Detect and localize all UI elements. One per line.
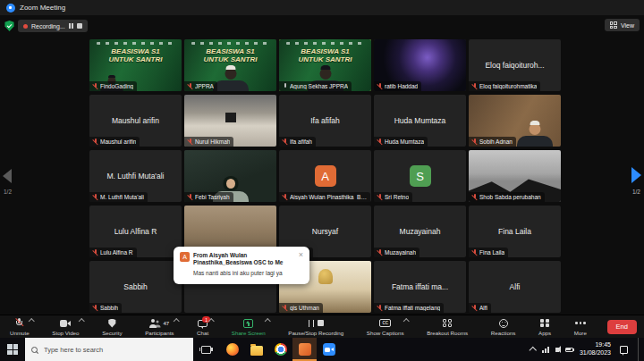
participant-name-label: Febi Tasriyah	[184, 192, 233, 202]
chat-notification-popup[interactable]: A From Aisyah Wulan Pinasthika_Beasiswa …	[174, 247, 309, 284]
participant-name-label: Aisyah Wulan Pinasthika_Be...	[279, 192, 370, 202]
pause-stop-recording-button[interactable]: Pause/Stop Recording	[285, 315, 346, 338]
participant-name-label: Nurul Hikmah	[184, 137, 233, 147]
tray-expand-icon[interactable]	[530, 347, 537, 354]
participant-name-label: Shob Sabda perubahan	[469, 192, 545, 202]
taskbar-clock[interactable]: 19:45 31/08/2023	[580, 341, 611, 357]
participant-name-label: Sobih Adnan	[469, 137, 516, 147]
end-meeting-button[interactable]: End	[607, 320, 637, 334]
stop-video-button[interactable]: Stop Video	[49, 315, 81, 338]
participant-tile[interactable]: Sobih Adnan	[469, 95, 561, 147]
chat-popup-title: From Aisyah Wulan Pinasthika_Beasiswa OS…	[193, 252, 295, 267]
participant-tile[interactable]: BEASISWA S1UNTUK SANTRI FindoGading	[89, 39, 182, 91]
reactions-icon	[499, 319, 508, 328]
muted-mic-icon	[187, 83, 193, 90]
view-button[interactable]: View	[605, 19, 640, 31]
participant-tile[interactable]: Shob Sabda perubahan	[469, 150, 561, 202]
unmute-button[interactable]: Unmute	[7, 315, 32, 338]
taskbar-app-file-explorer[interactable]	[244, 338, 268, 361]
participant-tile[interactable]: Nurul Hikmah	[184, 95, 276, 147]
participant-tile[interactable]: Maushul arifin Maushul arifin	[89, 95, 182, 147]
participant-name-label: Lulu Alfina R	[89, 248, 137, 257]
participant-silhouette	[517, 125, 553, 147]
system-tray: 19:45 31/08/2023	[530, 338, 644, 361]
windows-taskbar: 19:45 31/08/2023	[0, 338, 644, 361]
participants-count: 47	[163, 321, 169, 326]
participant-tile[interactable]: Sabbih Sabbih	[89, 261, 182, 313]
participant-tile[interactable]: S Sri Retno	[374, 150, 466, 202]
show-captions-button[interactable]: Show Captions	[364, 315, 407, 338]
participant-tile[interactable]: Fatma iffati ma... Fatma iffati magelang	[374, 261, 466, 313]
apps-icon	[540, 319, 549, 328]
taskbar-search[interactable]	[25, 338, 193, 361]
task-view-button[interactable]	[193, 338, 218, 361]
participant-tile[interactable]: ratib Haddad	[374, 39, 466, 91]
participant-tile[interactable]: Fina Laila Fina Laila	[469, 206, 561, 257]
stop-recording-icon[interactable]	[77, 23, 82, 29]
muted-mic-icon	[471, 249, 478, 256]
participant-name-label: JPPRA	[184, 81, 217, 91]
chevron-up-icon[interactable]	[208, 318, 214, 323]
windows-logo-icon	[7, 344, 18, 355]
share-screen-button[interactable]: Share Screen	[229, 315, 268, 338]
volume-icon[interactable]	[555, 348, 559, 352]
battery-icon[interactable]	[565, 348, 573, 352]
pause-recording-icon[interactable]	[69, 23, 73, 29]
taskbar-app-firefox[interactable]	[220, 338, 244, 361]
security-button[interactable]: Security	[99, 315, 124, 338]
muted-mic-icon	[282, 139, 288, 146]
chevron-up-icon[interactable]	[403, 318, 409, 323]
participants-button[interactable]: 47 Participants	[142, 315, 176, 338]
mic-icon	[282, 83, 288, 90]
next-page-arrow[interactable]	[631, 167, 641, 183]
participant-tile[interactable]: Muzayainah Muzayainah	[374, 206, 466, 257]
close-icon[interactable]: ×	[299, 252, 303, 258]
more-button[interactable]: More	[572, 315, 589, 338]
participant-tile[interactable]: Febi Tasriyah	[184, 150, 276, 202]
taskbar-app-chrome[interactable]	[268, 338, 292, 361]
muted-mic-icon	[282, 305, 288, 312]
participant-name-label: Huda Mumtaza	[374, 137, 428, 147]
participant-tile[interactable]: A Aisyah Wulan Pinasthika_Be...	[279, 150, 371, 202]
participant-tile[interactable]: M. Luthfi Muta'ali M. Luthfi Muta'ali	[89, 150, 182, 202]
breakout-rooms-button[interactable]: Breakout Rooms	[424, 315, 470, 338]
chevron-up-icon[interactable]	[79, 318, 84, 323]
notification-center-icon[interactable]	[620, 346, 628, 354]
chat-button[interactable]: Chat 1	[194, 315, 211, 338]
page-indicator: 1/2	[632, 189, 640, 195]
muted-mic-icon	[471, 305, 478, 312]
taskbar-app-active[interactable]	[292, 338, 317, 361]
chevron-up-icon[interactable]	[29, 318, 34, 323]
muted-mic-icon	[92, 194, 98, 201]
chrome-icon	[275, 343, 287, 356]
apps-button[interactable]: Apps	[536, 315, 554, 338]
start-button[interactable]	[0, 338, 25, 361]
search-input[interactable]	[42, 345, 187, 355]
security-shield-icon	[108, 319, 116, 328]
share-screen-icon	[243, 319, 253, 328]
active-app-icon	[299, 343, 311, 356]
chevron-up-icon[interactable]	[265, 318, 270, 323]
chevron-up-icon[interactable]	[174, 318, 179, 323]
participant-tile[interactable]: Eloq faiqoituroh... Eloq faiqoiturohmati…	[469, 39, 561, 91]
encryption-shield-icon[interactable]	[4, 21, 14, 31]
previous-page-arrow[interactable]	[3, 169, 12, 183]
participant-name-label: Alfi	[469, 303, 491, 313]
participant-tile-active-speaker[interactable]: BEASISWA S1UNTUK SANTRI Agung Sekhas JPP…	[279, 39, 371, 91]
muted-mic-icon	[92, 83, 98, 90]
taskbar-pinned-apps	[220, 338, 341, 361]
network-icon[interactable]	[542, 347, 549, 353]
participant-name-label: Eloq faiqoiturohmatika	[469, 81, 540, 91]
participant-tile[interactable]: Ifa afifah Ifa afifah	[279, 95, 371, 147]
participant-tile[interactable]: BEASISWA S1UNTUK SANTRI JPPRA	[184, 39, 276, 91]
muted-mic-icon	[377, 83, 383, 90]
taskbar-app-zoom[interactable]	[317, 338, 341, 361]
reactions-button[interactable]: Reactions	[488, 315, 519, 338]
participant-tile[interactable]: Lulu Alfina R Lulu Alfina R	[89, 206, 182, 257]
show-desktop-button[interactable]	[638, 338, 642, 361]
clock-date: 31/08/2023	[580, 349, 611, 357]
participant-tile[interactable]: Huda Mumtaza Huda Mumtaza	[374, 95, 466, 147]
participant-tile[interactable]: Alfi Alfi	[469, 261, 561, 313]
participant-name-label: Sabbih	[89, 303, 122, 313]
search-icon	[31, 347, 38, 353]
